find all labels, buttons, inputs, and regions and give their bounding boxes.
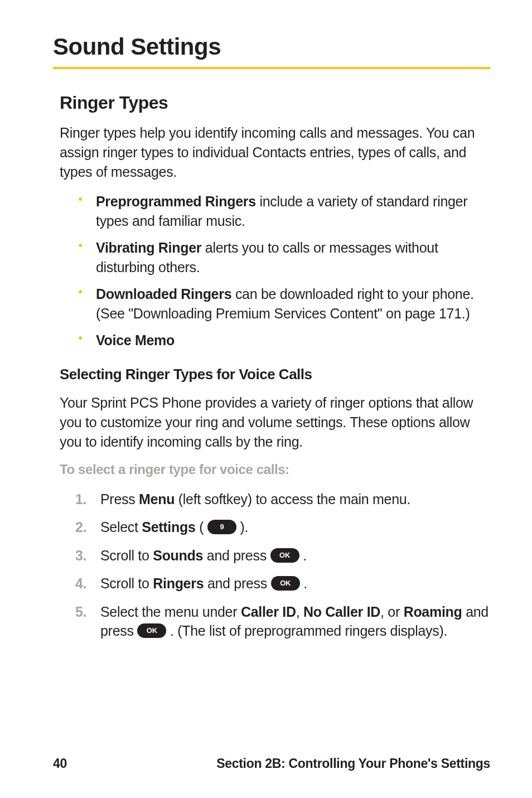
step-text: (left softkey) to access the main menu. — [175, 491, 410, 507]
sub-heading-selecting-ringer: Selecting Ringer Types for Voice Calls — [60, 366, 490, 383]
bullet-bold: Voice Memo — [96, 332, 175, 348]
step-number: 2. — [75, 518, 86, 537]
step-text: ( — [196, 519, 207, 535]
step-number: 1. — [75, 490, 86, 509]
step-item: 3. Scroll to Sounds and press OK . — [75, 546, 490, 565]
step-bold: Ringers — [153, 575, 204, 591]
step-item: 4. Scroll to Ringers and press OK . — [75, 574, 490, 593]
step-text: Press — [100, 491, 139, 507]
step-text: Select — [100, 519, 142, 535]
step-text: and press — [204, 575, 270, 591]
list-item: Vibrating Ringer alerts you to calls or … — [78, 238, 490, 277]
step-item: 1. Press Menu (left softkey) to access t… — [75, 490, 490, 509]
key-ok-icon: OK — [271, 576, 300, 591]
step-bold: Roaming — [404, 604, 462, 620]
key-9-icon: 9 — [207, 520, 236, 534]
instruction-label: To select a ringer type for voice calls: — [60, 462, 490, 477]
step-bold: No Caller ID — [303, 604, 380, 620]
step-text: . (The list of preprogrammed ringers dis… — [166, 623, 447, 639]
step-text: ). — [236, 519, 248, 535]
step-text: Scroll to — [100, 548, 153, 563]
step-text: Select the menu under — [100, 604, 241, 620]
sub-intro-paragraph: Your Sprint PCS Phone provides a variety… — [60, 393, 490, 452]
bullet-bold: Downloaded Ringers — [96, 286, 231, 302]
step-number: 4. — [75, 574, 86, 593]
section-heading-ringer-types: Ringer Types — [60, 93, 490, 113]
page-footer: 40 Section 2B: Controlling Your Phone's … — [53, 756, 490, 771]
page-number: 40 — [53, 756, 67, 771]
key-ok-icon: OK — [270, 548, 299, 563]
title-rule — [53, 67, 490, 69]
step-item: 2. Select Settings ( 9 ). — [75, 518, 490, 537]
section-label: Section 2B: Controlling Your Phone's Set… — [216, 756, 490, 771]
intro-paragraph: Ringer types help you identify incoming … — [60, 123, 490, 182]
step-text: . — [299, 548, 307, 563]
key-ok-icon: OK — [137, 623, 166, 638]
bullet-bold: Vibrating Ringer — [96, 240, 201, 255]
list-item: Voice Memo — [78, 331, 490, 350]
bullet-bold: Preprogrammed Ringers — [96, 194, 256, 209]
steps-list: 1. Press Menu (left softkey) to access t… — [75, 490, 490, 641]
step-bold: Settings — [142, 519, 195, 535]
step-text: . — [300, 575, 307, 591]
page-title: Sound Settings — [53, 33, 490, 60]
step-number: 5. — [75, 602, 86, 622]
step-bold: Caller ID — [241, 604, 296, 620]
step-text: , or — [380, 604, 404, 620]
step-number: 3. — [75, 546, 86, 565]
step-item: 5. Select the menu under Caller ID, No C… — [75, 602, 490, 641]
step-text: Scroll to — [100, 575, 153, 591]
list-item: Preprogrammed Ringers include a variety … — [78, 192, 490, 230]
step-bold: Sounds — [153, 548, 203, 563]
ringer-bullet-list: Preprogrammed Ringers include a variety … — [78, 192, 490, 350]
step-text: and press — [203, 548, 270, 563]
list-item: Downloaded Ringers can be downloaded rig… — [78, 284, 490, 323]
step-text: , — [296, 604, 303, 620]
step-bold: Menu — [139, 491, 175, 507]
